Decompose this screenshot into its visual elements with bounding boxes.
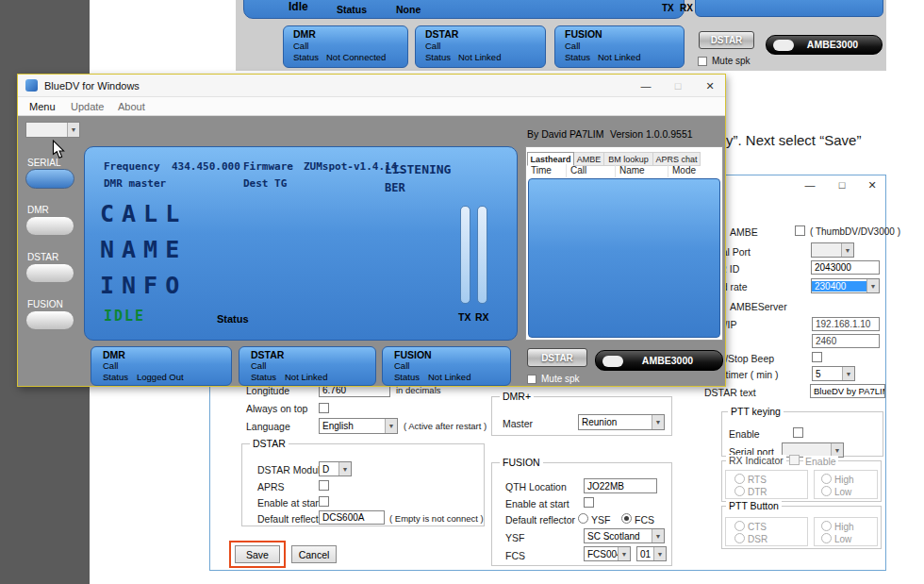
ambe-section-label: AMBE bbox=[730, 226, 758, 238]
panel-title: DSTAR bbox=[251, 349, 284, 360]
toggle-label-dstar: DSTAR bbox=[27, 252, 58, 262]
top-tx-label: TX bbox=[662, 3, 674, 13]
dtr-radio[interactable] bbox=[734, 486, 745, 496]
dstar-mode-button[interactable]: DSTAR bbox=[527, 348, 587, 367]
aprs-checkbox[interactable] bbox=[319, 480, 329, 491]
ptt-high-radio[interactable] bbox=[821, 521, 832, 531]
ptt-timer-select[interactable]: 5 ▼ bbox=[812, 366, 855, 381]
serial-port-select[interactable]: ▼ bbox=[811, 242, 854, 258]
rx-high-radio[interactable] bbox=[821, 474, 832, 484]
byline-text: By David PA7LIM bbox=[527, 128, 604, 140]
listening-text: LISTENING bbox=[385, 162, 451, 176]
ptt-button-title: PTT Button bbox=[726, 500, 782, 511]
ambe3000-button[interactable]: AMBE3000 bbox=[766, 35, 883, 55]
fcs-radio[interactable] bbox=[621, 513, 632, 524]
top-app-fragment: Idle Status None TX RX DMR Call Status N… bbox=[236, 0, 886, 71]
host-ip-field[interactable]: 192.168.1.10 bbox=[812, 317, 880, 331]
ptt-low-radio[interactable] bbox=[821, 533, 832, 543]
minimize-button[interactable]: — bbox=[631, 75, 661, 97]
menu-item-about[interactable]: About bbox=[118, 101, 145, 112]
dstar-enable-checkbox[interactable] bbox=[319, 496, 329, 507]
chevron-down-icon: ▼ bbox=[618, 547, 630, 560]
tx-label: TX bbox=[458, 311, 470, 323]
mute-spk-checkbox[interactable] bbox=[698, 57, 707, 66]
chevron-down-icon: ▼ bbox=[866, 279, 879, 292]
always-on-top-checkbox[interactable] bbox=[319, 403, 329, 413]
chevron-down-icon: ▼ bbox=[842, 367, 854, 380]
menu-item-update[interactable]: Update bbox=[71, 101, 104, 112]
panel-title: DSTAR bbox=[425, 28, 458, 40]
qth-location-field[interactable]: JO22MB bbox=[584, 478, 657, 493]
frequency-value: 434.450.000 bbox=[172, 160, 240, 173]
dstar-toggle[interactable] bbox=[25, 263, 74, 283]
lastheard-list-area[interactable] bbox=[528, 178, 720, 338]
ysf-select[interactable]: SC Scotland ▼ bbox=[584, 528, 665, 543]
thumbdv-checkbox[interactable] bbox=[795, 225, 805, 236]
ptt-timer-value: 5 bbox=[813, 369, 842, 379]
settings-maximize-button[interactable]: □ bbox=[827, 175, 857, 194]
rx-enable-checkbox[interactable] bbox=[789, 455, 800, 465]
fcs-label: FCS bbox=[505, 550, 525, 561]
panel-call-label: Call bbox=[425, 41, 440, 51]
save-button[interactable]: Save bbox=[235, 545, 280, 563]
fcs-room-select[interactable]: 01 ▼ bbox=[636, 546, 667, 561]
dstar-status-panel: DSTAR Call Status Not Linked bbox=[239, 346, 376, 386]
ysf-option-label: YSF bbox=[591, 514, 610, 526]
cts-radio[interactable] bbox=[734, 521, 745, 531]
ysf-radio[interactable] bbox=[578, 513, 588, 524]
cancel-button[interactable]: Cancel bbox=[291, 545, 337, 563]
dstar-text-label: DSTAR text bbox=[704, 387, 756, 398]
close-button[interactable]: ✕ bbox=[695, 75, 725, 97]
ambe3000-button[interactable]: AMBE3000 bbox=[595, 350, 723, 371]
lcd-name-row: NAME bbox=[100, 236, 187, 263]
settings-close-button[interactable]: ✕ bbox=[859, 175, 885, 194]
chevron-down-icon: ▼ bbox=[841, 243, 853, 257]
dstar-module-value: D bbox=[320, 464, 338, 475]
ptt-enable-checkbox[interactable] bbox=[793, 427, 803, 438]
settings-minimize-button[interactable]: — bbox=[795, 175, 825, 194]
mode-text: DMR master bbox=[104, 177, 166, 190]
window-title: BlueDV for Windows bbox=[44, 80, 140, 92]
serial-toggle[interactable] bbox=[25, 169, 74, 189]
dmr-status-panel: DMR Call Status Logged Out bbox=[91, 346, 232, 386]
ysf-value: SC Scotland bbox=[585, 531, 652, 542]
rx-low-label: Low bbox=[834, 487, 851, 498]
rts-radio[interactable] bbox=[734, 474, 745, 484]
lcd-display: Frequency 434.450.000 Firmware ZUMspot-v… bbox=[84, 146, 518, 341]
dmrplus-master-select[interactable]: Reunion ▼ bbox=[578, 414, 665, 430]
beep-checkbox[interactable] bbox=[812, 352, 822, 362]
dmr-id-field[interactable]: 2043000 bbox=[811, 260, 880, 275]
fcs-value: FCS004 bbox=[585, 549, 618, 559]
mute-spk-label: Mute spk bbox=[712, 56, 751, 66]
chevron-down-icon: ▼ bbox=[67, 123, 79, 137]
dmrplus-master-label: Master bbox=[503, 418, 533, 429]
dstar-module-select[interactable]: D ▼ bbox=[319, 461, 352, 476]
baud-rate-select[interactable]: 230400 ▼ bbox=[811, 278, 880, 293]
panel-call-label: Call bbox=[565, 41, 580, 51]
port-field[interactable]: 2460 bbox=[812, 334, 880, 348]
fusion-toggle[interactable] bbox=[25, 310, 74, 330]
language-value: English bbox=[320, 421, 385, 431]
maximize-button[interactable]: □ bbox=[663, 75, 693, 97]
fusion-enable-checkbox[interactable] bbox=[584, 497, 594, 508]
top-lastheard-panel bbox=[695, 0, 883, 17]
dstar-reflector-field[interactable]: DCS600A bbox=[319, 510, 385, 525]
language-label: Language bbox=[246, 421, 290, 432]
dmr-toggle[interactable] bbox=[25, 216, 74, 236]
lcd-info-row: INFO bbox=[100, 272, 187, 299]
rx-low-radio[interactable] bbox=[821, 486, 832, 496]
language-select[interactable]: English ▼ bbox=[319, 418, 398, 434]
fusion-enable-label: Enable at start bbox=[505, 498, 569, 509]
panel-title: DMR bbox=[103, 349, 125, 360]
fcs-select[interactable]: FCS004 ▼ bbox=[584, 546, 631, 561]
dstar-text-field[interactable]: BlueDV by PA7LIM bbox=[810, 384, 885, 398]
toolbar-combobox[interactable]: ▼ bbox=[25, 122, 80, 138]
rx-label: RX bbox=[475, 311, 489, 323]
dstar-enable-label: Enable at start bbox=[257, 497, 322, 509]
bluedv-window: BlueDV for Windows — □ ✕ Menu Update Abo… bbox=[17, 74, 726, 387]
menu-item-menu[interactable]: Menu bbox=[29, 101, 56, 112]
rx-meter bbox=[477, 206, 487, 304]
dstar-mode-button[interactable]: DSTAR bbox=[699, 31, 754, 49]
mute-spk-checkbox[interactable] bbox=[527, 375, 536, 384]
dsr-radio[interactable] bbox=[734, 533, 745, 543]
